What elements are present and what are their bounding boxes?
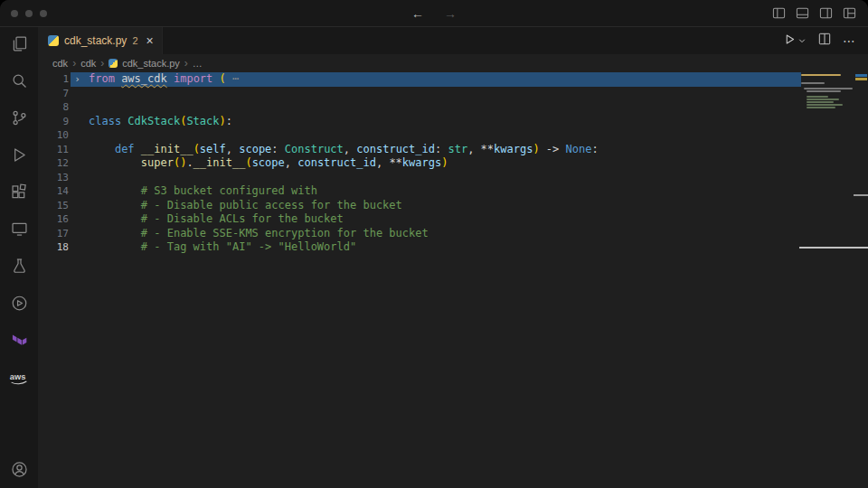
code-text: def __init__(self, scope: Construct, con…	[84, 143, 801, 157]
line-number[interactable]: 7	[38, 87, 71, 101]
code-token: ,	[285, 156, 297, 169]
line-number[interactable]: 11	[38, 143, 71, 157]
activity-bar: aws	[0, 27, 38, 488]
line-number[interactable]: 16	[38, 212, 71, 227]
run-python-file-button[interactable]	[784, 33, 807, 49]
minimap[interactable]	[801, 74, 854, 109]
breadcrumb-item-cdk-2[interactable]: cdk	[80, 58, 96, 69]
line-content: # - Disable ACLs for the bucket	[71, 212, 801, 227]
code-token: construct_id	[356, 143, 435, 155]
line-number[interactable]: 9	[38, 115, 71, 129]
sidebar-item-explorer[interactable]	[0, 27, 38, 64]
code-line[interactable]: 15 # - Disable public access for the buc…	[38, 199, 801, 213]
code-token: from	[89, 72, 115, 85]
code-token: ,	[226, 143, 239, 155]
sidebar-item-source-control[interactable]	[0, 101, 38, 138]
line-number[interactable]: 14	[38, 184, 71, 199]
code-text	[84, 87, 801, 101]
code-token: )	[220, 115, 226, 127]
line-number[interactable]: 17	[38, 227, 71, 241]
line-number[interactable]: 18	[38, 240, 71, 255]
line-number[interactable]: 15	[38, 199, 71, 213]
code-line[interactable]: 14 # S3 bucket configured with	[38, 184, 801, 199]
line-number[interactable]: 13	[38, 171, 71, 185]
minimap-line	[807, 96, 828, 98]
forward-icon[interactable]: →	[444, 6, 457, 21]
code-token: :	[591, 143, 598, 155]
code-line[interactable]: 1›from aws_cdk import ( ⋯	[38, 72, 801, 87]
code-token: # - Enable SSE-KMS encryption for the bu…	[89, 227, 429, 239]
line-number[interactable]: 10	[38, 128, 71, 143]
sidebar-item-search[interactable]	[0, 64, 38, 101]
fold-spacer	[71, 115, 84, 129]
sidebar-item-terraform[interactable]	[0, 324, 38, 361]
terraform-icon	[10, 332, 28, 353]
code-line[interactable]: 16 # - Disable ACLs for the bucket	[38, 212, 801, 227]
tab-cdk-stack[interactable]: cdk_stack.py 2 ×	[38, 27, 163, 54]
code-text: class CdkStack(Stack):	[84, 115, 801, 129]
breadcrumb-item-cdk[interactable]: cdk	[52, 58, 68, 69]
code-token: (	[245, 156, 251, 169]
line-number[interactable]: 1	[38, 72, 71, 87]
files-icon	[10, 34, 29, 57]
code-token: kwargs	[402, 156, 441, 169]
customize-layout-icon[interactable]	[843, 6, 856, 20]
close-tab-icon[interactable]: ×	[146, 34, 154, 47]
code-token: __init__	[141, 143, 193, 155]
extensions-icon	[10, 183, 29, 205]
breadcrumb-item-file[interactable]: cdk_stack.py	[122, 58, 180, 69]
code-token: import	[174, 72, 212, 85]
code-token	[212, 72, 219, 85]
minimap-content	[801, 74, 854, 108]
code-line[interactable]: 13	[38, 171, 801, 185]
git-branch-icon	[10, 108, 29, 131]
code-token: (	[193, 143, 200, 155]
code-line[interactable]: 12 super().__init__(scope, construct_id,…	[38, 156, 801, 171]
code-line[interactable]: 8	[38, 100, 801, 115]
sidebar-item-testing[interactable]	[0, 249, 38, 286]
code-line[interactable]: 10	[38, 128, 801, 143]
chevron-right-icon: ›	[72, 57, 76, 70]
code-token: Construct	[285, 143, 344, 155]
overview-ruler[interactable]	[854, 72, 868, 488]
line-number[interactable]: 12	[38, 156, 71, 171]
chevron-down-icon[interactable]	[797, 33, 807, 49]
line-number[interactable]: 8	[38, 100, 71, 115]
sidebar-item-remote-explorer[interactable]	[0, 212, 38, 249]
code-token	[167, 72, 174, 85]
code-token: ()	[174, 156, 186, 169]
breadcrumb-item-symbol[interactable]: …	[193, 58, 203, 69]
toggle-panel-icon[interactable]	[796, 6, 809, 20]
code-text: super().__init__(scope, construct_id, **…	[84, 156, 801, 171]
toggle-primary-sidebar-icon[interactable]	[772, 6, 786, 20]
chevron-right-icon: ›	[100, 57, 104, 70]
sidebar-item-extensions[interactable]	[0, 175, 38, 212]
fold-spacer	[71, 227, 84, 241]
sidebar-item-run-circle[interactable]	[0, 286, 38, 324]
run-debug-icon	[10, 145, 29, 168]
code-line[interactable]: 7	[38, 87, 801, 101]
python-file-icon	[48, 35, 59, 46]
code-token: def	[115, 143, 135, 155]
more-actions-icon[interactable]: ⋯	[843, 34, 855, 47]
code-line[interactable]: 17 # - Enable SSE-KMS encryption for the…	[38, 227, 801, 241]
fold-chevron-icon[interactable]: ›	[71, 72, 84, 87]
sidebar-item-aws-toolkit[interactable]: aws	[0, 361, 38, 398]
sidebar-item-accounts[interactable]	[0, 455, 38, 486]
code-line[interactable]: 11 def __init__(self, scope: Construct, …	[38, 143, 801, 157]
code-editor[interactable]: 1›from aws_cdk import ( ⋯789class CdkSta…	[38, 72, 868, 488]
code-line[interactable]: 9class CdkStack(Stack):	[38, 115, 801, 129]
back-icon[interactable]: ←	[411, 6, 424, 21]
line-content	[71, 171, 801, 185]
toggle-secondary-sidebar-icon[interactable]	[819, 6, 833, 20]
play-icon	[784, 33, 796, 49]
tab-bar: cdk_stack.py 2 ×	[38, 27, 868, 54]
overview-ruler-selection-marker	[855, 74, 867, 77]
overview-ruler-cursor-marker	[799, 247, 868, 249]
sidebar-item-run-and-debug[interactable]	[0, 138, 38, 175]
line-content	[71, 87, 801, 101]
code-line[interactable]: 18 # - Tag with "AI" -> "HelloWorld"	[38, 240, 801, 255]
fold-spacer	[71, 184, 84, 199]
split-editor-icon[interactable]	[818, 33, 831, 49]
code-token: **	[481, 143, 494, 155]
